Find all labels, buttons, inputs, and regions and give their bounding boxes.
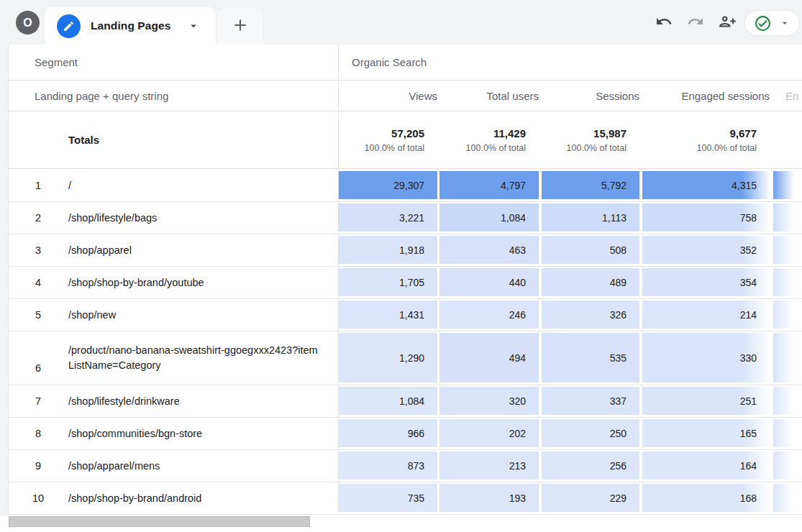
row-rank: 9 (29, 450, 47, 482)
metric-cell: 1,084 (339, 387, 437, 415)
person-add-icon (718, 12, 737, 34)
column-header-sessions[interactable]: Sessions (542, 81, 639, 111)
totals-subtext: 100.0% of total (567, 143, 626, 153)
metric-cell: 214 (642, 301, 770, 329)
totals-cell-sessions: 15,987 100.0% of total (542, 111, 626, 168)
metric-cell: 165 (642, 419, 770, 447)
metric-cell-partial (773, 203, 802, 231)
avatar: O (16, 11, 40, 35)
metric-cell-partial (773, 484, 802, 512)
row-rank: 8 (29, 418, 47, 449)
landing-page-path: /product/nano-banana-sweatshirt-ggoegxxx… (68, 331, 322, 385)
metric-cell: 1,084 (439, 203, 539, 231)
row-rank: 4 (29, 267, 47, 298)
row-rank: 5 (29, 299, 47, 331)
horizontal-scrollbar-thumb[interactable] (9, 516, 310, 527)
segment-value: Organic Search (352, 45, 427, 80)
table-row[interactable]: 4/shop/shop-by-brand/youtube1,7054404893… (8, 267, 802, 299)
metric-cell: 440 (439, 268, 539, 296)
metric-cell-partial (773, 268, 802, 296)
landing-page-path: /shop/new (68, 299, 322, 331)
redo-arrow-icon (687, 13, 704, 33)
metric-cell: 508 (542, 236, 639, 264)
metric-cell: 326 (542, 301, 639, 329)
metric-cell: 4,797 (439, 171, 539, 199)
check-circle-icon (754, 14, 772, 32)
metric-cell: 494 (439, 333, 539, 382)
metric-cell: 758 (642, 203, 770, 231)
table-row[interactable]: 6/product/nano-banana-sweatshirt-ggoegxx… (8, 331, 802, 385)
segment-header-row: Segment Organic Search (8, 45, 802, 81)
metric-cell: 5,792 (542, 171, 639, 199)
metric-cell: 535 (542, 333, 639, 382)
metric-cell: 1,113 (542, 203, 639, 231)
totals-value: 9,677 (729, 127, 757, 139)
landing-page-path: /shop/lifestyle/bags (68, 202, 322, 234)
metric-cell-partial (773, 333, 802, 382)
share-exploration-button[interactable] (716, 14, 738, 32)
totals-value: 57,205 (391, 127, 424, 139)
column-header-total-users[interactable]: Total users (439, 81, 539, 111)
table-row[interactable]: 7/shop/lifestyle/drinkware1,084320337251 (8, 385, 802, 418)
table-row[interactable]: 9/shop/apparel/mens873213256164 (8, 450, 802, 482)
metric-cell: 29,307 (339, 171, 437, 199)
status-dropdown-button[interactable] (744, 10, 800, 36)
row-rank: 3 (29, 234, 47, 266)
table-row[interactable]: 10/shop/shop-by-brand/android73519322916… (8, 482, 802, 515)
dimension-column-header: Landing page + query string (35, 81, 168, 111)
ga4-exploration-window: O Landing Pages (0, 0, 802, 532)
caret-down-icon[interactable] (187, 19, 200, 32)
undo-button[interactable] (655, 14, 673, 32)
totals-label: Totals (68, 111, 99, 168)
metric-cell: 213 (439, 451, 539, 480)
table-row[interactable]: 8/shop/communities/bgn-store966202250165 (8, 418, 802, 450)
metric-cell: 330 (642, 333, 770, 382)
landing-page-path: / (68, 170, 322, 201)
metric-cell: 246 (439, 301, 539, 329)
column-header-partial: En (785, 81, 802, 111)
totals-cell-views: 57,205 100.0% of total (339, 111, 424, 168)
add-tab-button[interactable] (218, 9, 263, 45)
totals-cell-total-users: 11,429 100.0% of total (439, 111, 526, 168)
tab-landing-pages[interactable]: Landing Pages (45, 7, 216, 45)
metric-cell: 229 (542, 484, 639, 512)
left-gutter (0, 45, 8, 516)
row-rank: 10 (29, 482, 47, 514)
metric-cell: 735 (339, 484, 437, 512)
pencil-icon (57, 14, 81, 38)
table-row[interactable]: 3/shop/apparel1,918463508352 (8, 234, 802, 267)
landing-page-path: /shop/lifestyle/drinkware (68, 385, 322, 417)
table-row[interactable]: 2/shop/lifestyle/bags3,2211,0841,113758 (8, 202, 802, 234)
table-row[interactable]: 1/29,3074,7975,7924,315 (8, 170, 802, 202)
landing-page-path: /shop/apparel/mens (68, 450, 322, 482)
metric-cell: 337 (542, 387, 639, 415)
caret-down-icon (779, 17, 790, 29)
totals-value: 11,429 (493, 127, 526, 139)
metric-cell: 193 (439, 484, 539, 512)
metric-cell: 320 (439, 387, 539, 415)
metric-cell-partial (773, 387, 802, 415)
row-rank: 2 (29, 202, 47, 234)
column-header-row: Landing page + query string Views Total … (8, 81, 802, 111)
column-header-engaged-sessions[interactable]: Engaged sessions (642, 81, 770, 111)
metric-cell: 256 (542, 451, 639, 480)
metric-cell: 3,221 (339, 203, 437, 231)
landing-page-path: /shop/shop-by-brand/youtube (68, 267, 322, 298)
row-rank: 6 (29, 331, 47, 385)
metric-cell-partial (773, 301, 802, 329)
redo-button[interactable] (686, 14, 705, 32)
plus-icon (231, 16, 250, 37)
undo-arrow-icon (655, 13, 673, 33)
totals-subtext: 100.0% of total (466, 143, 526, 153)
table-row[interactable]: 5/shop/new1,431246326214 (8, 299, 802, 331)
landing-page-path: /shop/shop-by-brand/android (68, 482, 322, 514)
metric-cell: 463 (439, 236, 539, 264)
column-header-views[interactable]: Views (339, 81, 437, 111)
metric-cell-partial (773, 419, 802, 447)
metric-cell: 352 (642, 236, 770, 264)
metric-cell: 1,431 (339, 301, 437, 329)
metric-cell: 354 (642, 268, 770, 296)
metric-cell: 489 (542, 268, 639, 296)
landing-page-path: /shop/communities/bgn-store (68, 418, 322, 449)
top-bar: O Landing Pages (0, 0, 802, 45)
